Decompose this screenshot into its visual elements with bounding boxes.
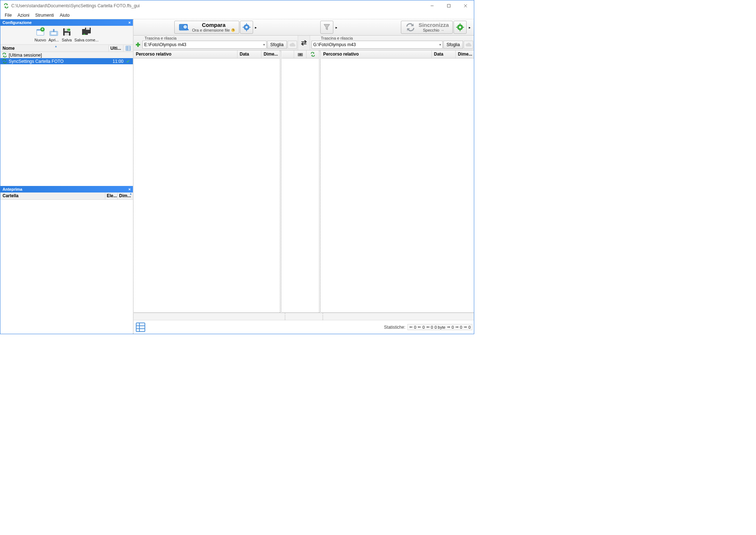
new-label: Nuovo	[34, 38, 46, 42]
left-cloud-button[interactable]	[288, 41, 297, 49]
gear-icon	[243, 23, 251, 31]
stats-values: ⬅0 ⬅0 ⬅0 0 byte ➡0 ➡0 ➡0	[407, 324, 472, 330]
column-dim[interactable]: Dim...▲	[118, 192, 133, 199]
column-date[interactable]: Data	[237, 50, 261, 58]
svg-point-35	[459, 26, 461, 28]
right-cloud-button[interactable]	[464, 41, 473, 49]
open-icon	[48, 27, 59, 37]
gear-icon	[456, 23, 464, 31]
stat-delete-left-icon: ⬅	[409, 325, 412, 329]
config-list-header: Nome ▲ Ulti...	[0, 45, 133, 52]
statistics-block: Statistiche: ⬅0 ⬅0 ⬅0 0 byte ➡0 ➡0 ➡0	[384, 324, 472, 330]
left-grid-body[interactable]	[134, 58, 280, 312]
maximize-button[interactable]	[440, 0, 457, 11]
save-icon	[61, 27, 72, 37]
svg-rect-44	[136, 323, 145, 332]
right-grid-body[interactable]	[321, 58, 474, 312]
compare-dropdown[interactable]: ▸	[254, 21, 258, 34]
sync-settings-button[interactable]	[454, 21, 467, 34]
filter-button[interactable]	[320, 21, 333, 34]
stat-update-right-icon: ➡	[455, 325, 459, 329]
open-button[interactable]: Apri...	[48, 27, 60, 42]
chevron-down-icon[interactable]: ▾	[439, 43, 441, 46]
column-date[interactable]: Data	[432, 50, 456, 58]
preview-list[interactable]	[0, 200, 133, 334]
column-ele[interactable]: Ele...	[105, 192, 118, 199]
add-pair-button[interactable]	[134, 41, 142, 48]
comparison-grid: Percorso relativo Data Dime...	[134, 50, 474, 313]
sync-icon	[2, 52, 7, 58]
menu-bar: File Azioni Strumenti Aiuto	[0, 11, 474, 19]
left-grid: Percorso relativo Data Dime...	[134, 50, 280, 312]
funnel-icon	[323, 23, 331, 31]
category-column-icon[interactable]	[294, 50, 306, 58]
folder-pair-row: Trascina e rilascia E:\Foto\Olympus m43 …	[134, 36, 474, 50]
window-controls	[424, 0, 474, 11]
left-grid-header: Percorso relativo Data Dime...	[134, 50, 280, 58]
column-ulti[interactable]: Ulti...	[109, 45, 123, 52]
compare-settings-button[interactable]	[240, 21, 253, 34]
new-button[interactable]: + Nuovo	[34, 27, 47, 42]
svg-point-43	[299, 53, 301, 55]
middle-grid	[282, 50, 320, 312]
svg-rect-30	[246, 23, 247, 25]
menu-strumenti[interactable]: Strumenti	[32, 12, 57, 19]
app-icon	[3, 3, 9, 9]
right-path-input[interactable]: G:\Foto\Olympus m43 ▾	[312, 41, 443, 49]
svg-text:+: +	[41, 27, 44, 31]
checkbox-column-icon[interactable]	[282, 50, 294, 58]
sync-button[interactable]: Sincronizza Specchio →	[401, 21, 453, 34]
column-size[interactable]: Dime...	[261, 50, 280, 58]
config-row[interactable]: [Ultima sessione]	[0, 52, 133, 58]
svg-rect-10	[51, 32, 57, 35]
sync-title: Sincronizza	[419, 22, 449, 28]
config-row-name: SyncSettings Cartella FOTO	[9, 59, 106, 64]
save-as-button[interactable]: Salva come...	[74, 27, 99, 42]
column-size[interactable]: Dime...	[456, 50, 474, 58]
config-row-name: [Ultima sessione]	[9, 53, 106, 58]
sync-subtitle: Specchio →	[423, 28, 444, 32]
config-row[interactable]: SyncSettings Cartella FOTO 11:00 ✔	[0, 58, 133, 64]
svg-rect-38	[456, 27, 458, 28]
preview-list-header: Cartella Ele... Dim...▲	[0, 192, 133, 200]
preview-panel-close[interactable]: ×	[129, 187, 131, 191]
svg-rect-13	[65, 33, 69, 36]
open-label: Apri...	[48, 38, 59, 42]
right-browse-button[interactable]: Sfoglia	[443, 41, 463, 49]
config-list[interactable]: [Ultima sessione] SyncSettings Cartella …	[0, 52, 133, 186]
column-path[interactable]: Percorso relativo	[134, 50, 237, 58]
left-drag-label: Trascina e rilascia	[134, 36, 298, 41]
stat-create-left-icon: ⬅	[426, 325, 430, 329]
swap-sides-button[interactable]	[298, 36, 310, 50]
overview-icon[interactable]	[135, 322, 146, 333]
stat-bytes: 0 byte	[435, 325, 446, 329]
preview-panel-header: Anteprima ×	[0, 186, 133, 192]
column-path[interactable]: Percorso relativo	[321, 50, 432, 58]
right-region: Compara Ora e dimensione file ▸ ▸	[134, 19, 474, 334]
menu-file[interactable]: File	[2, 12, 15, 19]
stats-label: Statistiche:	[384, 325, 406, 330]
column-name[interactable]: Nome ▲	[0, 45, 109, 52]
config-panel-close[interactable]: ×	[129, 20, 131, 25]
right-drag-label: Trascina e rilascia	[310, 36, 474, 41]
column-extra-icon[interactable]	[123, 45, 133, 52]
left-browse-button[interactable]: Sfoglia	[267, 41, 287, 49]
close-button[interactable]	[457, 0, 474, 11]
menu-azioni[interactable]: Azioni	[15, 12, 32, 19]
svg-rect-31	[246, 30, 247, 31]
sync-dropdown[interactable]: ▸	[467, 21, 472, 34]
save-button[interactable]: Salva	[61, 27, 73, 42]
config-row-time: 11:00	[107, 59, 123, 64]
minimize-button[interactable]	[424, 0, 440, 11]
chevron-down-icon[interactable]: ▾	[263, 43, 265, 46]
filter-dropdown[interactable]: ▸	[334, 21, 338, 34]
column-cartella[interactable]: Cartella	[0, 192, 105, 199]
menu-aiuto[interactable]: Aiuto	[57, 12, 72, 19]
middle-grid-body[interactable]	[282, 58, 319, 312]
left-path-input[interactable]: E:\Foto\Olympus m43 ▾	[142, 41, 267, 49]
svg-rect-33	[249, 27, 251, 28]
svg-rect-18	[126, 46, 130, 50]
check-icon: ✔	[125, 59, 131, 64]
compare-button[interactable]: Compara Ora e dimensione file	[174, 21, 239, 34]
action-column-icon[interactable]	[306, 50, 319, 58]
